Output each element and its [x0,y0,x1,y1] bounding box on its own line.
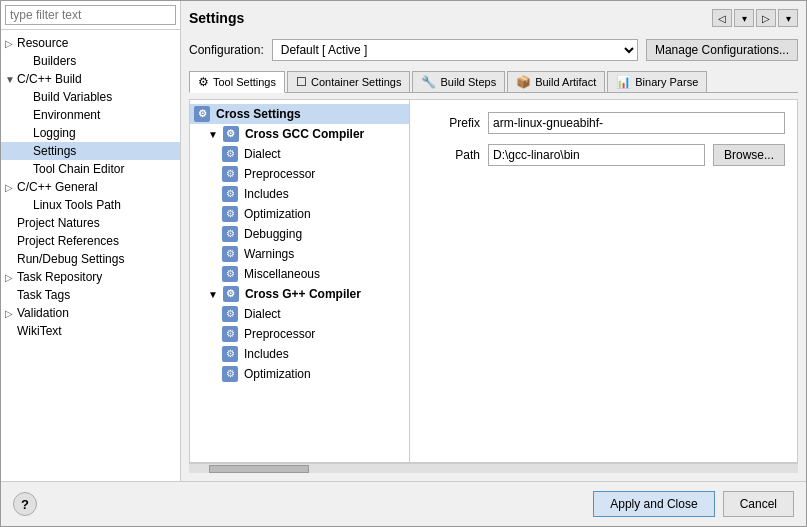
config-label: Configuration: [189,43,264,57]
sidebar-item-builders[interactable]: Builders [1,52,180,70]
sidebar-item-project-references[interactable]: Project References [1,232,180,250]
tool-tree-icon: ⚙ [223,286,239,302]
config-select[interactable]: Default [ Active ] [272,39,638,61]
path-input[interactable] [488,144,705,166]
sidebar-item-validation[interactable]: ▷Validation [1,304,180,322]
tool-tree-item-cross-settings[interactable]: ⚙Cross Settings [190,104,409,124]
settings-fields: Prefix Path Browse... [418,100,797,462]
tool-tree-label: Preprocessor [244,167,315,181]
tool-settings-icon: ⚙ [198,75,209,89]
sidebar-item-label: Task Repository [17,270,102,284]
sidebar-item-run-debug-settings[interactable]: Run/Debug Settings [1,250,180,268]
sidebar-filter [1,1,180,30]
tool-tree-item-includes-gpp[interactable]: ⚙Includes [190,344,409,364]
settings-area: ⚙Cross Settings▼⚙Cross GCC Compiler⚙Dial… [189,99,798,463]
back-button[interactable]: ◁ [712,9,732,27]
sidebar-item-cpp-build[interactable]: ▼C/C++ Build [1,70,180,88]
main-dialog: ▷ResourceBuilders▼C/C++ BuildBuild Varia… [0,0,807,527]
tool-tree-label: Debugging [244,227,302,241]
sidebar-item-label: C/C++ General [17,180,98,194]
sidebar-item-label: Environment [33,108,100,122]
tool-tree-icon: ⚙ [222,226,238,242]
sidebar-item-task-repository[interactable]: ▷Task Repository [1,268,180,286]
container-settings-icon: ☐ [296,75,307,89]
horizontal-scroll-thumb[interactable] [209,465,309,473]
tool-tree-item-includes-gcc[interactable]: ⚙Includes [190,184,409,204]
tool-tree-label: Cross Settings [216,107,301,121]
sidebar-item-resource[interactable]: ▷Resource [1,34,180,52]
tool-tree-item-dialect-gpp[interactable]: ⚙Dialect [190,304,409,324]
forward-button[interactable]: ▷ [756,9,776,27]
tree-arrow-icon: ▼ [5,74,15,85]
tool-tree-icon: ⚙ [223,126,239,142]
tool-tree-item-dialect-gcc[interactable]: ⚙Dialect [190,144,409,164]
sidebar-item-environment[interactable]: Environment [1,106,180,124]
panel-nav-icons: ◁ ▾ ▷ ▾ [712,9,798,27]
tree-arrow-icon: ▷ [5,308,15,319]
tool-tree-item-preprocessor-gpp[interactable]: ⚙Preprocessor [190,324,409,344]
dialog-content: ▷ResourceBuilders▼C/C++ BuildBuild Varia… [1,1,806,481]
sidebar-item-settings[interactable]: Settings [1,142,180,160]
sidebar-item-linux-tools-path[interactable]: Linux Tools Path [1,196,180,214]
sidebar-item-task-tags[interactable]: Task Tags [1,286,180,304]
sidebar-item-cpp-general[interactable]: ▷C/C++ General [1,178,180,196]
prefix-input[interactable] [488,112,785,134]
tab-label: Build Artifact [535,76,596,88]
tool-tree-item-miscellaneous-gcc[interactable]: ⚙Miscellaneous [190,264,409,284]
config-row: Configuration: Default [ Active ] Manage… [189,39,798,61]
sidebar-item-build-variables[interactable]: Build Variables [1,88,180,106]
tool-tree-item-preprocessor-gcc[interactable]: ⚙Preprocessor [190,164,409,184]
tool-tree-label: Warnings [244,247,294,261]
tree-arrow-icon: ▷ [5,182,15,193]
tool-tree-label: Includes [244,347,289,361]
tool-tree-item-debugging-gcc[interactable]: ⚙Debugging [190,224,409,244]
path-label: Path [430,148,480,162]
tab-build-steps[interactable]: 🔧Build Steps [412,71,505,92]
sidebar-item-logging[interactable]: Logging [1,124,180,142]
build-steps-icon: 🔧 [421,75,436,89]
tool-tree-icon: ⚙ [222,206,238,222]
tab-label: Build Steps [440,76,496,88]
tab-binary-parse[interactable]: 📊Binary Parse [607,71,707,92]
tool-tree-label: Dialect [244,307,281,321]
sidebar: ▷ResourceBuilders▼C/C++ BuildBuild Varia… [1,1,181,481]
manage-configurations-button[interactable]: Manage Configurations... [646,39,798,61]
sidebar-item-label: C/C++ Build [17,72,82,86]
sidebar-item-wikitext[interactable]: WikiText [1,322,180,340]
horizontal-scrollbar[interactable] [189,463,798,473]
bottom-buttons: Apply and Close Cancel [593,491,794,517]
sidebar-item-project-natures[interactable]: Project Natures [1,214,180,232]
forward-dropdown-button[interactable]: ▾ [778,9,798,27]
path-row: Path Browse... [430,144,785,166]
sidebar-item-label: Project References [17,234,119,248]
tool-tree-label: Cross GCC Compiler [245,127,364,141]
tool-tree-label: Includes [244,187,289,201]
tool-tree-label: Optimization [244,207,311,221]
tool-tree-arrow-icon: ▼ [208,289,218,300]
browse-button[interactable]: Browse... [713,144,785,166]
tool-tree-icon: ⚙ [222,246,238,262]
tool-tree-item-warnings-gcc[interactable]: ⚙Warnings [190,244,409,264]
panel-title-row: Settings ◁ ▾ ▷ ▾ [189,9,798,31]
filter-input[interactable] [5,5,176,25]
tool-tree-label: Preprocessor [244,327,315,341]
tool-tree-item-optimization-gcc[interactable]: ⚙Optimization [190,204,409,224]
tool-tree-item-optimization-gpp[interactable]: ⚙Optimization [190,364,409,384]
cancel-button[interactable]: Cancel [723,491,794,517]
sidebar-item-toolchain-editor[interactable]: Tool Chain Editor [1,160,180,178]
tab-build-artifact[interactable]: 📦Build Artifact [507,71,605,92]
tab-label: Container Settings [311,76,402,88]
tab-container-settings[interactable]: ☐Container Settings [287,71,411,92]
sidebar-item-label: Task Tags [17,288,70,302]
nav-dropdown-button[interactable]: ▾ [734,9,754,27]
tab-tool-settings[interactable]: ⚙Tool Settings [189,71,285,93]
tool-tree-item-cross-gcc-compiler[interactable]: ▼⚙Cross GCC Compiler [190,124,409,144]
sidebar-item-label: WikiText [17,324,62,338]
help-button[interactable]: ? [13,492,37,516]
sidebar-item-label: Settings [33,144,76,158]
sidebar-item-label: Logging [33,126,76,140]
tool-tree-icon: ⚙ [222,166,238,182]
sidebar-tree: ▷ResourceBuilders▼C/C++ BuildBuild Varia… [1,30,180,481]
apply-close-button[interactable]: Apply and Close [593,491,714,517]
tool-tree-item-cross-gpp-compiler[interactable]: ▼⚙Cross G++ Compiler [190,284,409,304]
